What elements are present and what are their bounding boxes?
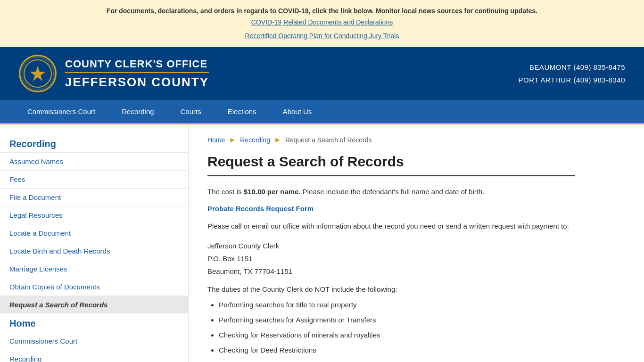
header-title-bottom: JEFFERSON COUNTY	[65, 75, 209, 90]
sidebar-item-marriage-licenses[interactable]: Marriage Licenses	[0, 260, 188, 278]
duties-list: Performing searches for title to real pr…	[219, 298, 575, 362]
sidebar-item-locate-document[interactable]: Locate a Document	[0, 224, 188, 242]
logo-area: COUNTY CLERK'S OFFICE JEFFERSON COUNTY	[19, 55, 209, 92]
header-title-block: COUNTY CLERK'S OFFICE JEFFERSON COUNTY	[65, 58, 209, 90]
sidebar-item-legal-resources[interactable]: Legal Resources	[0, 206, 188, 224]
sidebar-item-obtain-copies[interactable]: Obtain Copies of Documents	[0, 278, 188, 296]
alert-banner: For documents, declarations, and orders …	[0, 0, 644, 47]
duties-intro: The duties of the County Clerk do NOT in…	[207, 285, 575, 293]
sidebar: Recording Assumed Names Fees File a Docu…	[0, 124, 189, 362]
sidebar-item-fees[interactable]: Fees	[0, 170, 188, 188]
address-line1: Jefferson County Clerk	[207, 239, 575, 252]
address-line3: Beaumont, TX 77704-1151	[207, 265, 575, 278]
header-title-top: COUNTY CLERK'S OFFICE	[65, 58, 209, 73]
breadcrumb-sep1: ►	[229, 136, 236, 144]
jury-link[interactable]: Recertified Operating Plan for Conductin…	[9, 31, 635, 41]
sidebar-recording-title: Recording	[0, 134, 188, 152]
intro-text1: The cost is	[207, 188, 244, 196]
covid-link[interactable]: COVID-19 Related Documents and Declarati…	[9, 17, 635, 27]
probate-form-link[interactable]: Probate Records Request Form	[207, 205, 314, 213]
phone-beaumont: BEAUMONT (409) 835-8475	[519, 61, 625, 74]
breadcrumb: Home ► Recording ► Request a Search of R…	[207, 136, 575, 144]
sidebar-item-file-document[interactable]: File a Document	[0, 188, 188, 206]
sidebar-item-recording-home[interactable]: Recording	[0, 350, 188, 362]
main-nav: Commissioners Court Recording Courts Ele…	[0, 100, 644, 124]
list-item: Checking for Reservations of minerals an…	[219, 328, 575, 342]
alert-text: For documents, declarations, and orders …	[107, 7, 537, 15]
content-wrapper: Recording Assumed Names Fees File a Docu…	[0, 124, 644, 362]
intro-paragraph: The cost is $10.00 per name. Please incl…	[207, 186, 575, 198]
address-line2: P.O. Box 1151	[207, 252, 575, 265]
sidebar-home-title: Home	[0, 313, 188, 332]
main-content: Home ► Recording ► Request a Search of R…	[189, 124, 594, 362]
breadcrumb-section[interactable]: Recording	[240, 136, 270, 144]
body-text: Please call or email our office with inf…	[207, 220, 575, 232]
list-item: Checking for Deed Restrictions	[219, 343, 575, 357]
intro-bold: $10.00 per name.	[244, 188, 301, 196]
nav-commissioners-court[interactable]: Commissioners Court	[14, 100, 108, 123]
header-contact: BEAUMONT (409) 835-8475 PORT ARTHUR (409…	[519, 61, 625, 86]
nav-courts[interactable]: Courts	[167, 100, 215, 123]
county-seal	[19, 55, 57, 92]
list-item: Performing searches for title to real pr…	[219, 298, 575, 312]
sidebar-item-birth-death[interactable]: Locate Birth and Death Records	[0, 242, 188, 260]
nav-about-us[interactable]: About Us	[270, 100, 325, 123]
page-title: Request a Search of Records	[207, 154, 575, 176]
sidebar-item-search-records[interactable]: Request a Search of Records	[0, 296, 188, 313]
sidebar-item-assumed-names[interactable]: Assumed Names	[0, 152, 188, 170]
sidebar-item-commissioners-court[interactable]: Commissioners Court	[0, 332, 188, 350]
breadcrumb-home[interactable]: Home	[207, 136, 225, 144]
breadcrumb-current: Request a Search of Records	[285, 136, 372, 144]
list-item: Performing searches for Assignments or T…	[219, 313, 575, 327]
intro-text2: Please include the defendant's full name…	[301, 188, 485, 196]
breadcrumb-sep2: ►	[274, 136, 281, 144]
phone-port-arthur: PORT ARTHUR (409) 983-8340	[519, 74, 625, 86]
nav-elections[interactable]: Elections	[215, 100, 270, 123]
header: COUNTY CLERK'S OFFICE JEFFERSON COUNTY B…	[0, 47, 644, 100]
nav-recording[interactable]: Recording	[108, 100, 167, 123]
address-block: Jefferson County Clerk P.O. Box 1151 Bea…	[207, 239, 575, 278]
list-item: Performing searches for judgments or oth…	[219, 358, 575, 362]
